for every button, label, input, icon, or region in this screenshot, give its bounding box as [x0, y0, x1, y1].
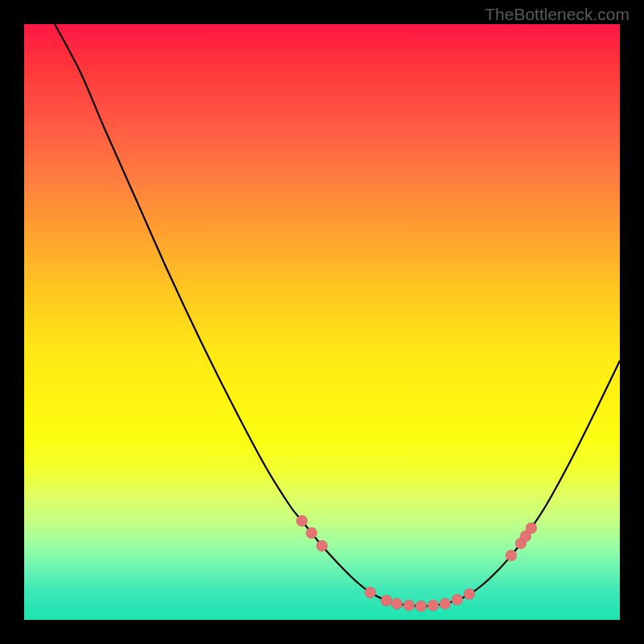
- curve-marker: [440, 598, 451, 609]
- curve-marker: [365, 587, 376, 598]
- curve-marker: [452, 594, 463, 605]
- chart-svg: [24, 24, 620, 620]
- curve-marker: [296, 515, 308, 526]
- curve-marker: [415, 601, 427, 612]
- curve-marker: [391, 598, 402, 609]
- curve-markers: [296, 515, 537, 612]
- chart-plot-area: [24, 24, 620, 620]
- curve-marker: [381, 595, 392, 606]
- curve-marker: [526, 522, 537, 534]
- curve-marker: [316, 540, 328, 551]
- bottleneck-curve: [55, 24, 620, 606]
- curve-marker: [403, 600, 415, 611]
- curve-marker: [427, 600, 439, 611]
- curve-marker: [506, 550, 517, 561]
- watermark-text: TheBottleneck.com: [485, 5, 630, 24]
- curve-marker: [464, 588, 475, 600]
- curve-marker: [306, 527, 317, 539]
